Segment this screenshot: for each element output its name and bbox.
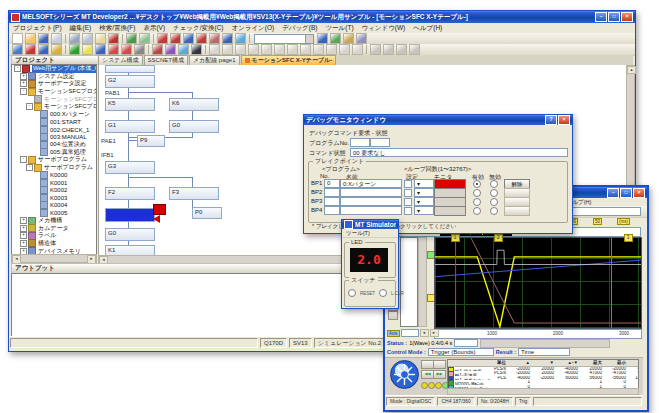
combo-arrow-icon[interactable] [305, 35, 313, 43]
toolbar-icon[interactable] [396, 44, 407, 55]
menu-item[interactable]: ヘルプ(H) [409, 24, 446, 33]
axis-next-icon[interactable]: ► [430, 329, 439, 337]
tree-item[interactable]: 002:CHECK_1 [12, 126, 96, 134]
bp-disable-radio[interactable] [490, 207, 498, 215]
bp-loop-dropdown[interactable]: ▾ [414, 197, 434, 206]
sfc-step-stub[interactable] [105, 65, 155, 73]
sfc-step-G3[interactable]: G3 [105, 161, 155, 174]
tree-expander-icon[interactable]: - [14, 65, 21, 72]
toolbar-icon[interactable] [248, 44, 259, 55]
toolbar-icon[interactable] [330, 33, 341, 44]
indicator-led[interactable] [435, 382, 442, 389]
bp-disable-radio[interactable] [490, 198, 498, 206]
scroll-up-icon[interactable]: ▲ [627, 66, 636, 74]
switch-radio-l.clr[interactable] [379, 289, 387, 297]
bp-name-field[interactable] [340, 188, 402, 197]
toolbar-icon[interactable] [313, 44, 324, 55]
toolbar-icon[interactable] [339, 44, 350, 55]
tree-expander-icon[interactable]: + [20, 240, 27, 247]
sfc-step-F3[interactable]: F3 [169, 187, 219, 200]
tree-expander-icon[interactable]: + [20, 225, 27, 232]
maximize-icon[interactable]: □ [608, 12, 620, 22]
sfc-step-P9[interactable]: P9 [137, 135, 165, 147]
toolbar-icon[interactable] [95, 33, 106, 44]
tree-expander-icon[interactable]: - [20, 88, 27, 95]
toolbar-icon[interactable] [178, 44, 189, 55]
toolbar-icon[interactable] [287, 44, 298, 55]
toolbar-icon[interactable] [370, 44, 381, 55]
toolbar-icon[interactable] [209, 44, 220, 55]
vertical-scale-slider[interactable] [418, 237, 427, 327]
tree-item[interactable]: K0004 [12, 202, 96, 210]
toolbar-icon[interactable] [352, 44, 363, 55]
toolbar-icon[interactable] [134, 44, 145, 55]
simulator-titlebar[interactable]: MT Simulator [342, 220, 398, 229]
toolbar-icon[interactable] [183, 33, 194, 44]
toolbar-icon[interactable] [108, 33, 119, 44]
sfc-step-K6[interactable]: K6 [169, 98, 219, 111]
bp-name-field[interactable] [340, 206, 402, 215]
document-tab[interactable]: モーションSFC X-Yテーブル- [241, 55, 337, 65]
bp-disable-radio[interactable] [490, 189, 498, 197]
menu-item[interactable]: チェック/変換(C) [169, 24, 227, 33]
tree-expander-icon[interactable]: + [20, 232, 27, 239]
tree-expander-icon[interactable]: - [20, 156, 27, 163]
sfc-step-K0[interactable]: K0 [105, 208, 155, 222]
toolbar-icon[interactable] [95, 44, 106, 55]
toolbar-combo[interactable] [254, 34, 314, 44]
tree-expander-icon[interactable]: - [26, 103, 33, 110]
toolbar-icon[interactable] [108, 44, 119, 55]
minimize-icon[interactable]: － [595, 12, 607, 22]
tree-item[interactable]: 001:START [12, 118, 96, 126]
toolbar-icon[interactable] [409, 44, 420, 55]
toolbar-icon[interactable] [261, 44, 272, 55]
toolbar-icon[interactable] [300, 44, 311, 55]
sfc-step-P0[interactable]: P0 [192, 207, 222, 219]
toolbar-icon[interactable] [25, 33, 36, 44]
bp-set-checkbox[interactable] [404, 198, 412, 206]
toolbar-icon[interactable] [209, 33, 220, 44]
close-icon[interactable]: × [558, 115, 570, 125]
plot-marker-tag[interactable]: 1 [451, 234, 460, 242]
toolbar-icon[interactable] [82, 33, 93, 44]
minimize-icon[interactable]: － [607, 188, 619, 198]
sfc-step-G1[interactable]: G1 [105, 120, 155, 133]
toolbar-icon[interactable] [121, 44, 132, 55]
bp-name-field[interactable]: 0:Xパターン [340, 179, 402, 188]
bp-no-field[interactable] [324, 188, 340, 197]
dialog-titlebar[interactable]: デバッグモニタウィンドウ ? × [304, 115, 572, 125]
program-no-field-1[interactable] [350, 138, 370, 147]
status-combo[interactable] [454, 339, 478, 347]
bp-no-field[interactable] [324, 206, 340, 215]
tree-expander-icon[interactable]: - [26, 164, 33, 171]
tree-item[interactable]: -サーボプログラム [12, 164, 96, 172]
bp-loop-dropdown[interactable]: ▾ [414, 206, 434, 215]
plot-marker-tag[interactable]: 3 [624, 234, 633, 242]
bp-no-field[interactable]: 0 [324, 179, 340, 188]
bp-set-checkbox[interactable] [404, 189, 412, 197]
menu-item[interactable]: 検索/置換(F) [95, 24, 139, 33]
toolbar-icon[interactable] [69, 33, 80, 44]
bp-set-checkbox[interactable] [404, 180, 412, 188]
axis-field[interactable] [401, 329, 419, 337]
channel-tool-button[interactable] [388, 311, 398, 320]
toolbar-icon[interactable] [139, 33, 150, 44]
sfc-step-G0[interactable]: G0 [169, 120, 219, 133]
indicator-led[interactable] [421, 382, 428, 389]
toolbar-icon[interactable] [157, 33, 168, 44]
toolbar-icon[interactable] [170, 33, 181, 44]
close-icon[interactable]: × [621, 12, 633, 22]
menu-item[interactable]: デバッグ(B) [278, 24, 321, 33]
indicator-led[interactable] [428, 382, 435, 389]
toolbar-icon[interactable] [222, 33, 233, 44]
menu-item[interactable]: 表示(V) [139, 24, 169, 33]
osc-stop-button[interactable] [433, 360, 446, 369]
toolbar-icon[interactable] [51, 33, 62, 44]
menu-item[interactable]: ツール(T) [321, 24, 357, 33]
tree-item[interactable]: 000:Xパターン [12, 111, 96, 119]
status-hscrollbar[interactable] [480, 339, 610, 348]
tree-item[interactable]: K0000 [12, 171, 96, 179]
toolbar-icon[interactable] [38, 33, 49, 44]
bp-set-checkbox[interactable] [404, 207, 412, 215]
toolbar-icon[interactable] [383, 44, 394, 55]
